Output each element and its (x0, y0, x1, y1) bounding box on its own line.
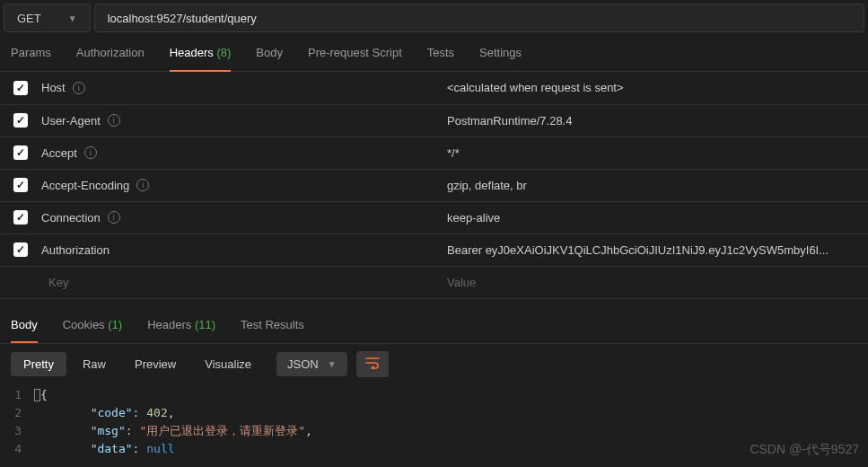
header-key[interactable]: Connection (41, 211, 101, 225)
chevron-down-icon: ▼ (328, 359, 337, 369)
res-tab-test-results[interactable]: Test Results (241, 307, 304, 343)
header-row: ✓ Connectioni keep-alive (0, 201, 868, 234)
header-checkbox[interactable]: ✓ (13, 242, 28, 257)
header-key[interactable]: Accept (41, 146, 77, 160)
header-checkbox[interactable]: ✓ (13, 210, 28, 225)
tab-authorization[interactable]: Authorization (76, 36, 145, 72)
view-visualize[interactable]: Visualize (192, 352, 264, 376)
code-line: 4 "data": null (0, 440, 868, 458)
format-label: JSON (287, 357, 319, 371)
header-value[interactable]: keep-alive (447, 211, 500, 225)
header-row: ✓ Authorization Bearer eyJ0eXAiOiJKV1QiL… (0, 234, 868, 266)
tab-settings[interactable]: Settings (479, 36, 522, 72)
view-pretty[interactable]: Pretty (11, 352, 66, 376)
header-row: ✓ Accept-Encodingi gzip, deflate, br (0, 169, 868, 201)
response-body[interactable]: 1{ 2 "code": 402, 3 "msg": "用户已退出登录，请重新登… (0, 384, 868, 460)
line-number: 2 (0, 406, 34, 419)
header-key[interactable]: Authorization (41, 243, 110, 257)
headers-count: (8) (216, 46, 231, 59)
cursor (34, 389, 40, 401)
header-value[interactable]: */* (447, 146, 460, 160)
header-checkbox[interactable]: ✓ (13, 178, 28, 192)
url-input[interactable]: localhost:9527/student/query (94, 4, 864, 32)
info-icon[interactable]: i (108, 114, 120, 127)
body-toolbar: Pretty Raw Preview Visualize JSON ▼ (0, 344, 868, 384)
line-number: 1 (0, 388, 34, 401)
res-tab-headers-label: Headers (147, 318, 191, 331)
header-value[interactable]: gzip, deflate, br (447, 179, 527, 192)
header-row: ✓ User-Agenti PostmanRuntime/7.28.4 (0, 104, 868, 137)
header-value[interactable]: PostmanRuntime/7.28.4 (447, 114, 572, 128)
view-preview[interactable]: Preview (122, 352, 189, 376)
header-key[interactable]: Accept-Encoding (41, 179, 129, 192)
line-number: 3 (0, 424, 34, 437)
response-tabs: Body Cookies (1) Headers (11) Test Resul… (0, 308, 868, 344)
tab-pre-request[interactable]: Pre-request Script (308, 36, 402, 72)
code-line: 3 "msg": "用户已退出登录，请重新登录", (0, 422, 868, 440)
info-icon[interactable]: i (84, 146, 97, 159)
header-checkbox[interactable]: ✓ (13, 81, 28, 95)
header-checkbox[interactable]: ✓ (13, 145, 28, 160)
header-checkbox[interactable]: ✓ (13, 113, 28, 128)
request-tabs: Params Authorization Headers (8) Body Pr… (0, 36, 868, 72)
res-tab-body[interactable]: Body (11, 307, 38, 343)
header-key[interactable]: Host (41, 81, 66, 94)
res-tab-headers[interactable]: Headers (11) (147, 307, 215, 343)
header-value[interactable]: Bearer eyJ0eXAiOiJKV1QiLCJhbGciOiJIUzI1N… (447, 243, 829, 257)
tab-headers[interactable]: Headers (8) (170, 36, 232, 72)
headers-table: ✓ Hosti <calculated when request is sent… (0, 72, 868, 299)
cookies-count: (1) (108, 318, 122, 331)
header-row-new: Key Value (0, 266, 868, 298)
info-icon[interactable]: i (136, 179, 149, 191)
header-key[interactable]: User-Agent (41, 114, 101, 128)
tab-body[interactable]: Body (256, 36, 283, 72)
chevron-down-icon: ▼ (68, 13, 77, 23)
http-method-label: GET (17, 12, 41, 25)
code-line: 2 "code": 402, (0, 404, 868, 422)
info-icon[interactable]: i (73, 82, 85, 94)
header-value[interactable]: <calculated when request is sent> (447, 81, 624, 94)
format-select[interactable]: JSON ▼ (276, 352, 347, 376)
url-text: localhost:9527/student/query (108, 12, 257, 25)
tab-headers-label: Headers (170, 46, 214, 59)
header-row: ✓ Hosti <calculated when request is sent… (0, 72, 868, 104)
tab-params[interactable]: Params (11, 36, 51, 72)
tab-tests[interactable]: Tests (427, 36, 454, 72)
line-number: 4 (0, 442, 34, 455)
wrap-lines-button[interactable] (356, 351, 389, 377)
res-headers-count: (11) (195, 318, 215, 331)
key-placeholder[interactable]: Key (48, 276, 68, 289)
res-tab-cookies[interactable]: Cookies (1) (63, 307, 122, 343)
info-icon[interactable]: i (108, 211, 120, 224)
code-line: 1{ (0, 386, 868, 404)
view-raw[interactable]: Raw (70, 352, 118, 376)
value-placeholder[interactable]: Value (447, 276, 476, 289)
header-row: ✓ Accepti */* (0, 137, 868, 169)
res-tab-cookies-label: Cookies (63, 318, 105, 331)
http-method-select[interactable]: GET ▼ (4, 4, 91, 32)
watermark: CSDN @-代号9527 (750, 442, 859, 458)
